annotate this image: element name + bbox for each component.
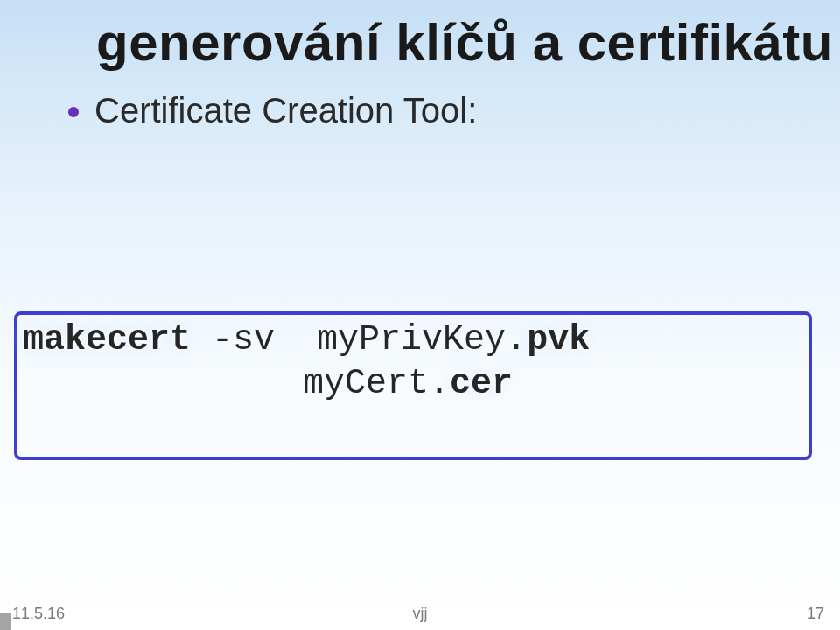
code-command: makecert [23,320,191,360]
code-box: makecert -sv myPrivKey.pvk myCert.cer [14,312,812,460]
slide-title: generování klíčů a certifikátu [96,12,833,73]
footer-date: 11.5.16 [12,605,65,623]
corner-icon [0,612,10,630]
code-file2-base: myCert. [303,364,450,403]
code-file1-ext: pvk [527,320,590,360]
code-flag: -sv [212,320,275,360]
bullet-text: Certificate Creation Tool: [94,91,477,130]
code-gap [275,320,317,360]
slide: generování klíčů a certifikátu Certifica… [0,0,840,630]
footer-author: vjj [413,605,428,623]
code-line-1: makecert -sv myPrivKey.pvk [23,318,803,362]
code-sep [191,320,212,360]
code-line-2: myCert.cer [23,362,803,406]
bullet-icon [68,107,79,117]
code-file1-base: myPrivKey. [317,320,527,360]
code-file2-ext: cer [450,364,513,403]
footer-page: 17 [807,605,824,623]
bullet-row: Certificate Creation Tool: [68,91,477,130]
